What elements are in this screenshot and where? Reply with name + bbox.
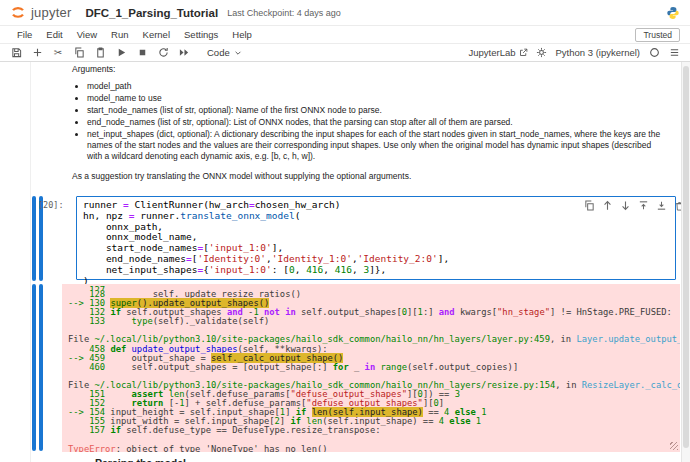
insert-cell-icon[interactable] <box>31 47 43 59</box>
move-cell-down-icon[interactable] <box>620 200 631 211</box>
list-item: model_name to use <box>87 93 664 104</box>
run-all-icon[interactable] <box>178 47 190 59</box>
vertical-scrollbar[interactable] <box>681 62 690 462</box>
list-item: model_path <box>87 81 664 92</box>
list-item: end_node_names (list of str, optional): … <box>87 117 664 128</box>
cut-icon[interactable]: ✂ <box>52 47 64 59</box>
menu-view[interactable]: View <box>70 29 104 40</box>
cell-collapser[interactable] <box>32 196 36 281</box>
clipped-next-cell-text: Parsing the model <box>95 457 186 462</box>
copy-icon[interactable] <box>73 47 85 59</box>
list-item: net_input_shapes (dict, optional): A dic… <box>87 129 664 162</box>
jupyter-logo-icon <box>10 5 26 20</box>
insert-cell-above-icon[interactable] <box>638 200 649 211</box>
output-resize-handle[interactable] <box>670 442 678 450</box>
markdown-cell: Arguments: model_path model_name to use … <box>72 64 664 188</box>
save-icon[interactable] <box>10 47 22 59</box>
run-icon[interactable] <box>115 47 127 59</box>
chevron-down-icon <box>234 49 242 57</box>
move-cell-up-icon[interactable] <box>602 200 613 211</box>
traceback-lines: 128 self._update_resize_ratios()--> 130 … <box>68 290 676 452</box>
python-logo-icon <box>666 6 680 20</box>
title-bar: jupyter DFC_1_Parsing_Tutorial Last Chec… <box>0 0 690 26</box>
jupyter-logo-text: jupyter <box>31 5 71 20</box>
notebook-toolbar: ✂ Code JupyterLab Python <box>0 44 690 62</box>
menu-hamburger-icon[interactable] <box>668 47 680 59</box>
execution-count-prompt: [20]: <box>38 200 64 210</box>
cell-type-label: Code <box>207 47 230 58</box>
jupyter-logo[interactable]: jupyter <box>10 5 71 20</box>
menu-settings[interactable]: Settings <box>177 29 225 40</box>
markdown-note: As a suggestion try translating the ONNX… <box>72 171 664 182</box>
menu-run[interactable]: Run <box>104 29 135 40</box>
gear-icon[interactable] <box>536 47 548 59</box>
checkpoint-status: Last Checkpoint: 4 days ago <box>227 8 341 18</box>
markdown-intro: Arguments: <box>72 64 664 75</box>
insert-cell-below-icon[interactable] <box>656 200 667 211</box>
trusted-button[interactable]: Trusted <box>635 28 680 42</box>
menu-kernel[interactable]: Kernel <box>136 29 177 40</box>
menu-edit[interactable]: Edit <box>39 29 69 40</box>
duplicate-cell-icon[interactable] <box>584 200 595 211</box>
error-output-traceback: 127 128 self._update_resize_ratios()--> … <box>62 284 680 452</box>
scrollbar-thumb[interactable] <box>683 66 689 448</box>
cell-collapser[interactable] <box>32 284 36 451</box>
jupyterlab-label: JupyterLab <box>469 47 516 58</box>
notebook-title[interactable]: DFC_1_Parsing_Tutorial <box>85 7 218 19</box>
restart-kernel-icon[interactable] <box>157 47 169 59</box>
cell-type-dropdown[interactable]: Code <box>207 47 242 58</box>
panel-left-divider <box>30 62 31 462</box>
kernel-name[interactable]: Python 3 (ipykernel) <box>556 47 640 58</box>
menu-bar: File Edit View Run Kernel Settings Help … <box>0 26 690 44</box>
arguments-list: model_path model_name to use start_node_… <box>72 81 664 162</box>
menu-file[interactable]: File <box>10 29 39 40</box>
list-item: start_node_names (list of str, optional)… <box>87 105 664 116</box>
kernel-status-icon[interactable] <box>648 47 660 59</box>
menu-help[interactable]: Help <box>225 29 259 40</box>
external-link-icon <box>519 48 528 57</box>
stop-icon[interactable] <box>136 47 148 59</box>
cell-toolbar <box>584 200 685 211</box>
output-collapser[interactable] <box>39 284 43 451</box>
open-in-jupyterlab-link[interactable]: JupyterLab <box>469 47 528 58</box>
paste-icon[interactable] <box>94 47 106 59</box>
